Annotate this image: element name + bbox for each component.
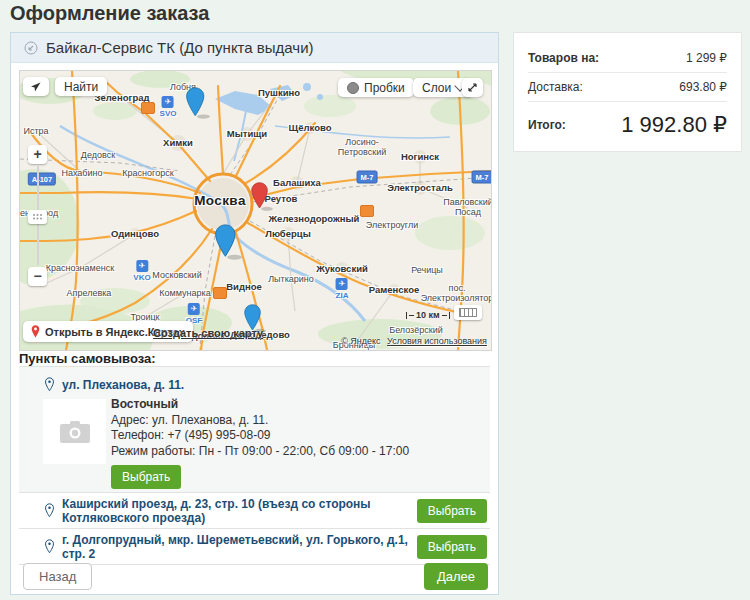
navigation-arrow-icon <box>30 81 42 93</box>
zoom-slider-handle[interactable] <box>28 210 47 224</box>
pickup-point-photo-placeholder <box>43 399 106 464</box>
airport-marker: ✈ZIA <box>336 278 349 300</box>
page-title: Оформление заказа <box>10 2 209 25</box>
delivery-cost-label: Доставка: <box>528 80 583 94</box>
next-button[interactable]: Далее <box>424 563 488 590</box>
airplane-icon: ✈ <box>162 96 174 108</box>
order-summary: Товаров на: 1 299 ₽ Доставка: 693.80 ₽ И… <box>513 32 742 152</box>
map-copyright: © Яндекс Условия использования <box>341 336 487 346</box>
pickup-point-name: Восточный <box>111 397 409 413</box>
select-point-button[interactable]: Выбрать <box>417 499 487 523</box>
ruler-icon <box>459 308 477 317</box>
map-label: Балашиха <box>273 178 321 188</box>
items-total-label: Товаров на: <box>528 51 599 65</box>
pickup-point-row: г. Долгопрудный, мкр. Шереметьевский, ул… <box>19 529 490 565</box>
pickup-point-address: Адрес: ул. Плеханова, д. 11. <box>111 413 409 429</box>
grand-total-value: 1 992.80 ₽ <box>621 112 727 138</box>
airplane-icon: ✈ <box>188 303 200 315</box>
red-pin-icon <box>31 325 40 338</box>
map-label: Химки <box>163 138 193 148</box>
map-label: Москва <box>194 196 246 206</box>
map-label: Лыткарино <box>268 274 314 284</box>
airport-code: ZIA <box>336 291 349 300</box>
road-badge <box>141 102 155 114</box>
yandex-copyright: © Яндекс <box>341 336 380 346</box>
pickup-point-link[interactable]: ул. Плеханова, д. 11. <box>62 378 184 392</box>
airport-code: SVO <box>160 109 177 118</box>
map-label: Белозёрский <box>389 325 443 335</box>
map-label: Пушкино <box>258 88 300 98</box>
pin-outline-icon <box>44 377 55 392</box>
map-label: Люберцы <box>265 229 311 239</box>
map-label: Видное <box>226 282 262 292</box>
map-search-button[interactable]: Найти <box>55 77 107 96</box>
back-button[interactable]: Назад <box>23 563 92 590</box>
map-label: Павловский Посад <box>443 197 492 217</box>
map-label: Раменское <box>369 285 420 295</box>
map-label: Мытищи <box>227 129 267 139</box>
zoom-out-button[interactable]: − <box>28 267 47 286</box>
map-pin-blue[interactable] <box>214 224 244 264</box>
geolocation-button[interactable] <box>23 77 49 96</box>
airport-marker: ✈VKO <box>133 260 150 282</box>
map-label: Одинцово <box>111 229 159 239</box>
summary-row-items: Товаров на: 1 299 ₽ <box>528 44 727 73</box>
pin-outline-icon <box>44 539 55 554</box>
panel-footer: Назад Далее <box>11 563 498 591</box>
summary-total: Итого: 1 992.80 ₽ <box>528 102 727 138</box>
map-scale-label: 10 км <box>416 310 440 320</box>
fullscreen-button[interactable] <box>462 78 483 97</box>
map-label: Краснознаменск <box>46 263 114 273</box>
delivery-panel: Байкал-Сервис ТК (До пункта выдачи) <box>10 32 499 595</box>
road-badge <box>213 287 227 299</box>
collapse-icon[interactable] <box>24 41 38 55</box>
map-label: пос. Электроизолятор <box>421 283 492 303</box>
map-label: Речицы <box>411 265 443 275</box>
panel-title: Байкал-Сервис ТК (До пункта выдачи) <box>46 39 314 56</box>
airplane-icon: ✈ <box>136 260 148 272</box>
pickup-points-heading: Пункты самовывоза: <box>19 351 156 366</box>
terms-of-use-link[interactable]: Условия использования <box>387 336 487 346</box>
ruler-button[interactable] <box>454 305 482 320</box>
map-label: Московский <box>152 270 201 280</box>
zoom-in-button[interactable]: + <box>28 145 47 164</box>
select-point-button[interactable]: Выбрать <box>417 535 487 559</box>
pin-outline-icon <box>44 503 55 518</box>
airport-marker: ✈SVO <box>160 96 177 118</box>
create-own-map-link[interactable]: Создать свою карту <box>153 327 263 339</box>
map-label: Нахабино <box>61 168 102 178</box>
airport-code: VKO <box>133 273 150 282</box>
pickup-points-list: ул. Плеханова, д. 11. Восточный Адрес: у… <box>19 366 490 565</box>
map-label: Лосино- Петровский <box>338 137 386 157</box>
map-label: Щёлково <box>289 123 332 133</box>
panel-header[interactable]: Байкал-Сервис ТК (До пункта выдачи) <box>11 33 498 63</box>
map-pin-blue[interactable] <box>185 87 212 123</box>
map-label: Электроугли <box>366 220 418 230</box>
map-search-label: Найти <box>64 80 98 94</box>
map-scale: 10 км <box>406 310 450 320</box>
map-label: Жуковский <box>316 264 368 274</box>
select-point-button[interactable]: Выбрать <box>111 465 181 489</box>
pickup-point-phone: Телефон: +7 (495) 995-08-09 <box>111 428 409 444</box>
traffic-label: Пробки <box>364 81 405 95</box>
map-canvas[interactable]: ЗеленоградЛобняПушкиноИстраХимкиМытищиЩё… <box>19 70 492 351</box>
road-badge: М-7 <box>357 171 378 184</box>
delivery-cost-value: 693.80 ₽ <box>679 80 727 94</box>
map-label: Истра <box>23 126 48 136</box>
items-total-value: 1 299 ₽ <box>686 51 727 65</box>
map-label: Красногорск <box>122 168 173 178</box>
map-label: Железнодорожный <box>269 214 360 224</box>
map-label: Электросталь <box>387 183 453 193</box>
layers-label: Слои <box>422 81 451 95</box>
traffic-button[interactable]: Пробки <box>338 78 414 97</box>
camera-icon <box>60 421 90 443</box>
traffic-light-icon <box>347 82 359 94</box>
map-pin-red[interactable] <box>250 182 275 215</box>
pickup-point-row: ул. Плеханова, д. 11. Восточный Адрес: у… <box>19 367 490 493</box>
fullscreen-icon <box>467 82 478 93</box>
road-badge: А-107 <box>28 173 56 186</box>
map-label: Коммунарка <box>159 288 210 298</box>
map-overlay: ЗеленоградЛобняПушкиноИстраХимкиМытищиЩё… <box>20 71 491 350</box>
pickup-point-details: Восточный Адрес: ул. Плеханова, д. 11. Т… <box>111 397 409 489</box>
map-label: Ногинск <box>401 152 439 162</box>
